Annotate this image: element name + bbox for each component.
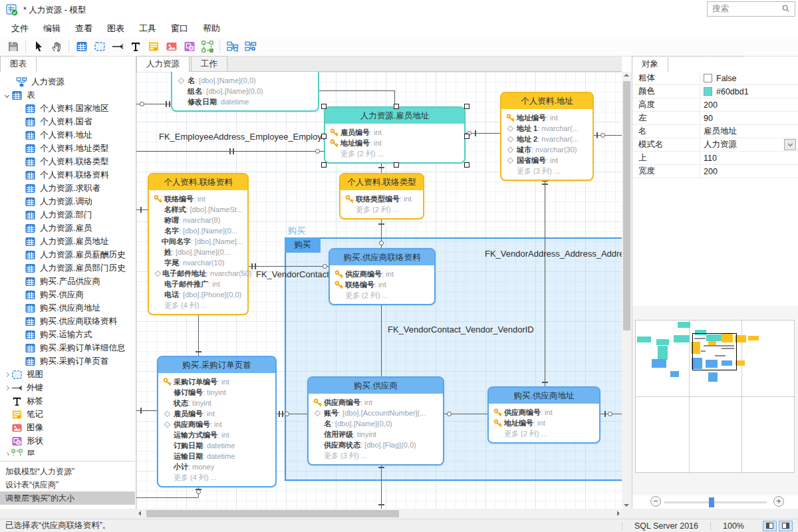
tree-item-人力资源.调动[interactable]: 人力资源.调动 [0,195,135,208]
property-value[interactable]: 人力资源 [700,138,798,151]
entity-field[interactable]: 小计 : money [163,462,271,472]
vscroll-thumb[interactable] [623,81,630,331]
entity-field[interactable]: 地址 1 : nvarchar(... [506,123,588,134]
entity-field[interactable]: 采购订单编号 : int [163,376,271,387]
diagram-options-icon[interactable] [241,39,259,55]
tree-item-人力资源.雇员薪酬历史[interactable]: 人力资源.雇员薪酬历史 [0,248,135,261]
tree-item-层[interactable]: 层 [0,448,135,456]
more-columns-row[interactable]: 更多 (2 列) ... [334,290,430,301]
color-swatch[interactable] [704,87,712,96]
more-columns-row[interactable]: 更多 (4 列) ... [163,472,271,483]
zoom-slider-track[interactable] [664,501,767,503]
overview-minimap[interactable] [635,320,795,473]
menu-item-1[interactable]: 编辑 [36,20,68,37]
new-table-icon[interactable] [72,39,90,55]
tree-item-笔记[interactable]: 笔记 [0,408,135,421]
property-value[interactable]: False [700,72,798,84]
tree-item-表[interactable]: 表 [0,88,135,102]
search-input[interactable]: 搜索 [707,1,795,17]
tree-item-购买.供应商地址[interactable]: 购买.供应商地址 [0,301,135,315]
entity-field[interactable]: 供应商编号 : int [334,269,430,279]
entity-field[interactable]: 电子邮件地址 : nvarchar(50) [154,268,243,279]
new-image-icon[interactable] [162,39,180,55]
zoom-slider-thumb[interactable] [709,497,714,507]
tree-item-购买.产品供应商[interactable]: 购买.产品供应商 [0,275,135,288]
more-columns-row[interactable]: 更多 (2 列) ... [345,204,418,215]
tree-item-个人资料.联络类型[interactable]: 个人资料.联络类型 [0,155,135,168]
save-icon[interactable] [4,39,22,55]
more-columns-row[interactable]: 更多 (2 列) ... [493,428,595,439]
more-columns-row[interactable]: 更多 (4 列) ... [154,300,243,311]
tree-item-外键[interactable]: 外键 [0,381,135,394]
tree-item-购买.采购订单页首[interactable]: 购买.采购订单页首 [0,354,135,368]
fk-label[interactable]: FK_EmployeeAddress_Employee_EmployeeID [159,132,340,142]
menu-item-4[interactable]: 工具 [132,20,164,37]
tree-item-视图[interactable]: 视图 [0,368,135,381]
entity-vendor-address[interactable]: 购买.供应商地址供应商编号 : int地址编号 : int更多 (2 列) ..… [487,386,600,444]
entity-field[interactable]: 地址编号 : int [506,112,588,123]
expand-icon[interactable] [5,452,9,456]
diagram-tab-1[interactable]: 工作 [191,56,227,71]
entity-field[interactable]: 地址编号 : int [493,418,595,428]
log-line-2[interactable]: 调整层“购买”的大小 [0,491,135,505]
fk-label[interactable]: FK_VendorContact [256,269,329,279]
tree-item-人力资源[interactable]: 人力资源 [0,75,135,88]
entity-field[interactable]: 字尾 : nvarchar(10) [154,257,243,268]
entity-field[interactable]: 订购日期 : datetime [163,440,271,451]
property-value[interactable]: 雇员地址 [700,125,798,138]
sidebar-tab-0[interactable]: 图表 [0,56,37,72]
entity-field[interactable]: 修改日期 : datetime [177,96,313,107]
entity-person-address[interactable]: 个人资料.地址地址编号 : int地址 1 : nvarchar(...地址 2… [500,92,594,181]
new-view-icon[interactable] [90,39,108,55]
entity-employee-address[interactable]: 人力资源.雇员地址雇员编号 : int地址编号 : int更多 (2 列) ..… [324,106,466,164]
tree-item-个人资料.地址[interactable]: 个人资料.地址 [0,128,135,142]
entity-field[interactable]: 运输日期 : datetime [163,451,271,462]
entity-field[interactable]: 供应商编号 : int [493,407,595,418]
fk-label[interactable]: FK_VendorContact_Vendor_VendorID [388,325,534,334]
entity-field[interactable]: 状态 : tinyint [163,398,271,408]
tree-item-个人资料.国家地区[interactable]: 个人资料.国家地区 [0,102,135,115]
selection-handle[interactable] [464,162,469,168]
entity-field[interactable]: 联络编号 : int [154,194,243,204]
select-cursor-icon[interactable] [29,39,47,55]
entity-field[interactable]: 中间名字 : [dbo].[Name]... [154,236,243,247]
tree-item-人力资源.雇员[interactable]: 人力资源.雇员 [0,221,135,235]
zoom-in-button[interactable]: + [773,496,784,507]
entity-purchase-order-header[interactable]: 购买.采购订单页首采购订单编号 : int修订编号 : tinyint状态 : … [157,356,277,487]
entity-field[interactable]: 联络类型编号 : int [345,194,418,204]
collapse-icon[interactable] [5,92,9,97]
toggle-right-panel-button[interactable] [779,521,793,531]
selection-handle[interactable] [321,162,327,168]
entity-field[interactable]: 地址 2 : nvarchar(... [506,134,588,144]
entity-person-contact[interactable]: 个人资料.联络资料联络编号 : int名样式 : [dbo].[NameSt..… [148,173,249,315]
entity-field[interactable]: 运输方式编号 : int [163,430,271,440]
menu-item-6[interactable]: 帮助 [196,20,227,37]
diagram-tab-0[interactable]: 人力资源 [136,56,190,72]
tree-item-个人资料.国省[interactable]: 个人资料.国省 [0,115,135,128]
selection-handle[interactable] [394,104,399,109]
new-note-icon[interactable] [144,39,162,55]
entity-field[interactable]: 名 : [dbo].[Name](0,0) [177,75,313,86]
selection-handle[interactable] [321,134,327,139]
selection-handle[interactable] [394,162,399,168]
entity-field[interactable]: 称谓 : nvarchar(8) [154,215,243,225]
entity-contact-type[interactable]: 个人资料.联络类型联络类型编号 : int更多 (2 列) ... [339,173,424,219]
diagram-canvas[interactable]: 购买购买FK_EmployeeAddress_Employee_Employee… [136,72,622,509]
more-columns-row[interactable]: 更多 (3 列) ... [506,166,588,176]
entity-field[interactable]: 名字 : [dbo].[Name](0... [154,225,243,236]
more-columns-row[interactable]: 更多 (2 列) ... [330,148,460,159]
tree-item-标签[interactable]: 标签 [0,394,135,408]
zoom-out-button[interactable]: − [650,496,661,507]
new-label-icon[interactable] [126,39,144,55]
entity-vendor[interactable]: 购买.供应商供应商编号 : int账号 : [dbo].[AccountNumb… [307,376,444,466]
property-value[interactable]: 200 [700,98,798,111]
expand-icon[interactable] [5,372,9,376]
entity-field[interactable]: 电子邮件推广 : int [154,279,243,289]
tree-item-个人资料.联络资料[interactable]: 个人资料.联络资料 [0,168,135,182]
expand-icon[interactable] [5,385,9,390]
tree-item-购买.供应商[interactable]: 购买.供应商 [0,288,135,301]
entity-field[interactable]: 供应商状态 : [dbo].[Flag](0,0) [313,440,438,450]
property-value[interactable]: 90 [700,112,798,124]
entity-field[interactable]: 地址编号 : int [330,138,460,148]
layer-tab[interactable]: 购买 [285,237,321,253]
